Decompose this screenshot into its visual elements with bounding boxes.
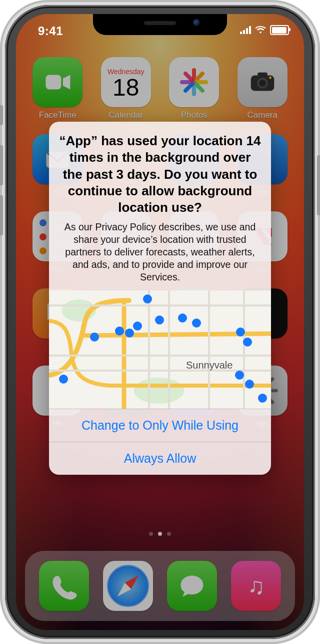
power-button [317,155,320,215]
change-to-while-using-button[interactable]: Change to Only While Using [49,409,271,442]
location-dot [178,313,187,323]
mute-switch [0,105,3,125]
volume-up-button [0,145,3,185]
battery-icon [270,25,289,35]
alert-body: As our Privacy Policy describes, we use … [59,221,261,283]
alert-title: “App” has used your location 14 times in… [59,133,261,216]
location-dot [192,318,201,328]
status-bar: 9:41 [16,21,304,42]
wifi-icon [255,26,266,34]
location-dot [115,327,124,336]
location-dot [236,328,245,337]
location-dot [245,380,254,389]
location-dot [243,338,252,347]
location-permission-alert: “App” has used your location 14 times in… [49,122,271,475]
location-dot [258,394,267,403]
svg-point-22 [134,378,184,404]
cellular-icon [240,26,251,34]
screen: FaceTime Wednesday 18 Calendar [16,14,304,630]
status-time: 9:41 [38,24,63,38]
location-dot [133,321,142,331]
location-dot [155,315,164,325]
location-dot [90,333,99,342]
location-dot [143,294,152,303]
map-place-label: Sunnyvale [186,360,232,371]
alert-map: Sunnyvale [49,290,271,409]
volume-down-button [0,195,3,235]
always-allow-button[interactable]: Always Allow [49,442,271,475]
phone-frame: FaceTime Wednesday 18 Calendar [0,0,320,644]
location-dot [235,371,244,380]
location-dot [125,329,134,338]
location-dot [59,375,68,384]
